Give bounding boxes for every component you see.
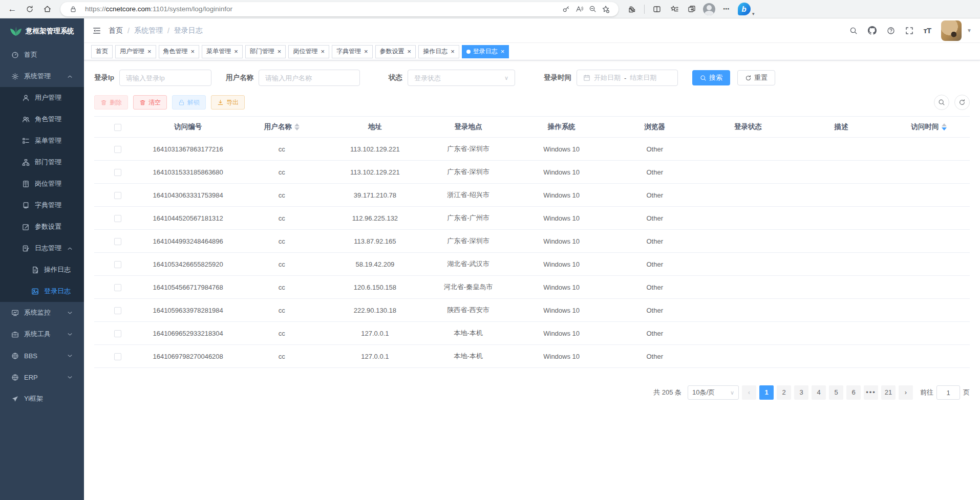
sort-carets-icon[interactable] bbox=[942, 123, 947, 131]
sidebar-item-首页[interactable]: 首页 bbox=[0, 44, 84, 66]
tab-用户管理[interactable]: 用户管理× bbox=[115, 45, 156, 58]
collections-icon[interactable] bbox=[685, 2, 699, 16]
sidebar-item-操作日志[interactable]: 操作日志 bbox=[0, 259, 84, 280]
sidebar-item-系统工具[interactable]: 系统工具 bbox=[0, 323, 84, 345]
tab-close-icon[interactable]: × bbox=[321, 48, 325, 55]
tab-close-icon[interactable]: × bbox=[451, 48, 455, 55]
start-date-placeholder[interactable]: 开始日期 bbox=[594, 73, 621, 82]
password-key-icon[interactable] bbox=[559, 3, 572, 16]
fullscreen-icon[interactable] bbox=[905, 27, 913, 35]
status-select[interactable]: ∨ bbox=[408, 70, 515, 86]
reset-button[interactable]: 重置 bbox=[737, 70, 775, 85]
page-button-4[interactable]: 4 bbox=[812, 385, 826, 400]
sidebar-item-岗位管理[interactable]: 岗位管理 bbox=[0, 173, 84, 194]
bing-copilot-icon[interactable]: b bbox=[737, 2, 751, 16]
favorite-star-icon[interactable] bbox=[599, 3, 612, 16]
select-all-checkbox[interactable] bbox=[114, 124, 121, 131]
row-checkbox[interactable] bbox=[114, 261, 121, 268]
breadcrumb-home[interactable]: 首页 bbox=[109, 26, 123, 35]
prev-page-button[interactable]: ‹ bbox=[742, 385, 756, 400]
search-icon[interactable] bbox=[849, 27, 858, 35]
page-button-5[interactable]: 5 bbox=[829, 385, 843, 400]
split-screen-icon[interactable] bbox=[650, 2, 664, 16]
sidebar-item-参数设置[interactable]: 参数设置 bbox=[0, 216, 84, 237]
page-button-1[interactable]: 1 bbox=[759, 385, 774, 400]
tab-close-icon[interactable]: × bbox=[147, 48, 152, 55]
browser-menu-icon[interactable]: ⋯ bbox=[719, 2, 734, 16]
tab-close-icon[interactable]: × bbox=[501, 48, 505, 55]
sidebar-item-登录日志[interactable]: 登录日志 bbox=[0, 280, 84, 302]
last-page-button[interactable]: 21 bbox=[881, 385, 896, 400]
show-search-icon[interactable] bbox=[934, 95, 949, 110]
sidebar-item-角色管理[interactable]: 角色管理 bbox=[0, 108, 84, 130]
column-header-用户名称[interactable]: 用户名称 bbox=[235, 117, 328, 138]
more-pages-button[interactable]: ••• bbox=[864, 385, 878, 400]
sidebar-item-ERP[interactable]: ERP bbox=[0, 366, 84, 388]
row-checkbox[interactable] bbox=[114, 284, 121, 291]
read-aloud-icon[interactable] bbox=[572, 3, 586, 16]
row-checkbox[interactable] bbox=[114, 192, 121, 199]
row-checkbox[interactable] bbox=[114, 353, 121, 360]
font-size-icon[interactable]: тT bbox=[924, 26, 931, 35]
browser-refresh-icon[interactable] bbox=[23, 2, 37, 16]
tab-close-icon[interactable]: × bbox=[364, 48, 368, 55]
next-page-button[interactable]: › bbox=[899, 385, 913, 400]
tab-菜单管理[interactable]: 菜单管理× bbox=[202, 45, 243, 58]
sort-carets-icon[interactable] bbox=[294, 123, 300, 131]
chevron-down-icon[interactable]: ▼ bbox=[967, 28, 972, 33]
browser-address-bar[interactable]: https://ccnetcore.com:1101/system/log/lo… bbox=[60, 2, 619, 16]
favorites-bar-icon[interactable] bbox=[667, 2, 681, 16]
导出-button[interactable]: 导出 bbox=[211, 95, 245, 110]
help-icon[interactable] bbox=[887, 27, 895, 35]
extensions-icon[interactable] bbox=[625, 2, 639, 16]
user-avatar[interactable] bbox=[941, 20, 962, 41]
row-checkbox[interactable] bbox=[114, 146, 121, 153]
tab-close-icon[interactable]: × bbox=[191, 48, 195, 55]
page-button-6[interactable]: 6 bbox=[846, 385, 861, 400]
清空-button[interactable]: 清空 bbox=[133, 95, 167, 110]
sidebar-item-Yi框架[interactable]: Yi框架 bbox=[0, 388, 84, 409]
row-checkbox[interactable] bbox=[114, 307, 121, 314]
row-checkbox[interactable] bbox=[114, 215, 121, 222]
column-header-访问时间[interactable]: 访问时间 bbox=[888, 117, 970, 138]
status-select-input[interactable] bbox=[414, 74, 501, 82]
page-button-2[interactable]: 2 bbox=[777, 385, 791, 400]
sidebar-item-用户管理[interactable]: 用户管理 bbox=[0, 87, 84, 108]
row-checkbox[interactable] bbox=[114, 169, 121, 176]
tab-角色管理[interactable]: 角色管理× bbox=[159, 45, 200, 58]
tab-参数设置[interactable]: 参数设置× bbox=[375, 45, 416, 58]
browser-back-icon[interactable]: ← bbox=[5, 2, 19, 16]
tab-首页[interactable]: 首页 bbox=[91, 45, 113, 58]
tab-close-icon[interactable]: × bbox=[408, 48, 412, 55]
login-ip-input[interactable] bbox=[126, 74, 205, 82]
tab-部门管理[interactable]: 部门管理× bbox=[245, 45, 286, 58]
sidebar-item-菜单管理[interactable]: 菜单管理 bbox=[0, 130, 84, 151]
refresh-table-icon[interactable] bbox=[954, 95, 970, 110]
tab-字典管理[interactable]: 字典管理× bbox=[332, 45, 373, 58]
sidebar-item-系统监控[interactable]: 系统监控 bbox=[0, 302, 84, 323]
row-checkbox[interactable] bbox=[114, 330, 121, 337]
github-icon[interactable] bbox=[868, 26, 877, 35]
browser-profile-avatar[interactable] bbox=[702, 2, 716, 16]
browser-home-icon[interactable] bbox=[40, 2, 54, 16]
sidebar-item-部门管理[interactable]: 部门管理 bbox=[0, 151, 84, 173]
删除-button[interactable]: 删除 bbox=[94, 95, 128, 110]
date-range-picker[interactable]: 开始日期 - 结束日期 bbox=[577, 70, 678, 86]
tab-操作日志[interactable]: 操作日志× bbox=[418, 45, 459, 58]
tab-登录日志[interactable]: 登录日志× bbox=[462, 45, 509, 58]
page-button-3[interactable]: 3 bbox=[794, 385, 808, 400]
tab-close-icon[interactable]: × bbox=[234, 48, 238, 55]
goto-page-input[interactable] bbox=[936, 385, 960, 400]
解锁-button[interactable]: 解锁 bbox=[172, 95, 206, 110]
page-size-select[interactable]: 10条/页 ∨ bbox=[688, 385, 739, 400]
zoom-out-icon[interactable] bbox=[586, 3, 599, 16]
sidebar-item-BBS[interactable]: BBS bbox=[0, 345, 84, 366]
app-logo[interactable]: 意框架管理系统 bbox=[0, 18, 84, 44]
chevron-down-icon[interactable]: ▾ bbox=[752, 11, 755, 16]
tab-岗位管理[interactable]: 岗位管理× bbox=[288, 45, 329, 58]
end-date-placeholder[interactable]: 结束日期 bbox=[630, 73, 656, 82]
row-checkbox[interactable] bbox=[114, 238, 121, 245]
search-button[interactable]: 搜索 bbox=[692, 70, 730, 85]
sidebar-item-字典管理[interactable]: 字典管理 bbox=[0, 194, 84, 216]
sidebar-fold-icon[interactable] bbox=[92, 26, 101, 35]
